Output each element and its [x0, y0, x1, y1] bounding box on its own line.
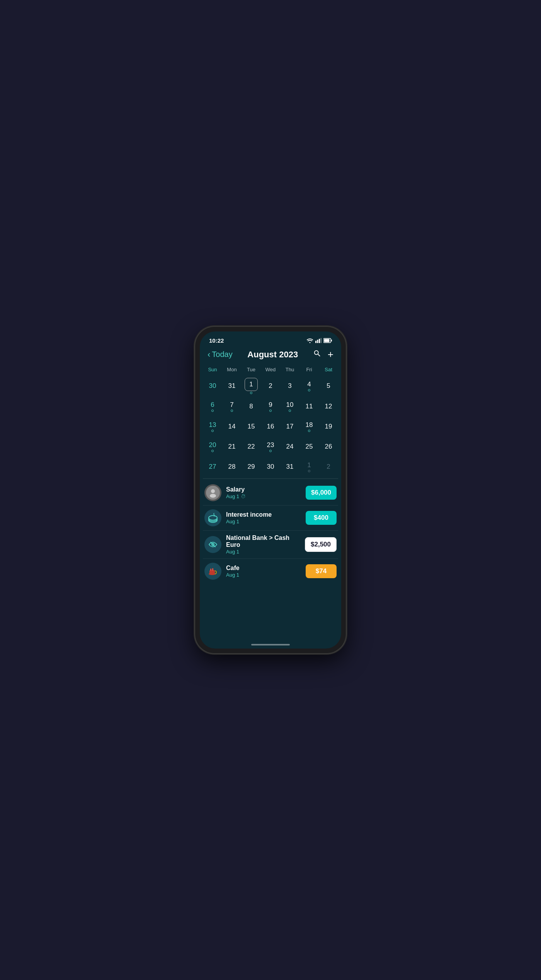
day-25[interactable]: 25	[299, 437, 319, 457]
svg-rect-2	[319, 339, 320, 343]
battery-icon	[323, 338, 332, 343]
svg-rect-0	[315, 341, 316, 343]
cafe-icon	[204, 563, 221, 580]
day-header-tue: Tue	[242, 365, 261, 374]
transaction-nationalbank[interactable]: National Bank > Cash Euro Aug 1 $2,500	[203, 531, 338, 559]
day-1-selected[interactable]: 1	[242, 376, 261, 396]
phone-device: 10:22	[195, 327, 346, 653]
day-5[interactable]: 5	[319, 376, 338, 396]
transactions-list: Salary Aug 1 ⏱ $6,000	[200, 480, 341, 584]
day-13[interactable]: 13	[203, 417, 222, 437]
search-icon[interactable]	[313, 349, 322, 360]
header-action-icons: +	[313, 348, 333, 360]
salary-amount: $6,000	[306, 486, 337, 500]
day-8[interactable]: 8	[242, 396, 261, 417]
day-14[interactable]: 14	[222, 417, 242, 437]
svg-rect-5	[324, 339, 330, 342]
back-today-button[interactable]: ‹ Today	[208, 350, 233, 360]
status-time: 10:22	[209, 337, 224, 344]
interest-amount: $400	[306, 511, 337, 525]
day-20[interactable]: 20	[203, 437, 222, 457]
day-header-mon: Mon	[222, 365, 242, 374]
interest-info: Interest income Aug 1	[226, 511, 306, 524]
day-header-wed: Wed	[261, 365, 280, 374]
salary-icon	[204, 484, 221, 501]
transaction-cafe[interactable]: Cafe Aug 1 $74	[203, 559, 338, 584]
day-header-fri: Fri	[299, 365, 319, 374]
day-21[interactable]: 21	[222, 437, 242, 457]
day-header-sun: Sun	[203, 365, 222, 374]
back-today-label: Today	[212, 350, 232, 359]
salary-date: Aug 1 ⏱	[226, 493, 306, 499]
phone-screen: 10:22	[200, 331, 341, 649]
home-indicator	[251, 644, 290, 645]
day-11[interactable]: 11	[299, 396, 319, 417]
svg-rect-1	[317, 340, 318, 343]
cafe-name: Cafe	[226, 565, 306, 572]
svg-rect-15	[209, 570, 215, 574]
day-header-sat: Sat	[319, 365, 338, 374]
day-10[interactable]: 10	[280, 396, 299, 417]
salary-name: Salary	[226, 486, 306, 493]
svg-rect-16	[210, 569, 211, 571]
day-12[interactable]: 12	[319, 396, 338, 417]
day-30-prev[interactable]: 30	[203, 376, 222, 396]
clock-icon: ⏱	[241, 493, 246, 499]
day-2-next[interactable]: 2	[319, 457, 338, 477]
svg-rect-17	[212, 568, 213, 571]
svg-point-8	[211, 489, 215, 493]
svg-point-9	[210, 494, 216, 498]
nationalbank-amount: $2,500	[305, 537, 337, 552]
signal-icon	[315, 338, 322, 343]
nationalbank-info: National Bank > Cash Euro Aug 1	[226, 534, 305, 555]
status-icons	[306, 338, 332, 343]
status-bar: 10:22	[200, 331, 341, 345]
svg-point-12	[209, 516, 217, 520]
day-27[interactable]: 27	[203, 457, 222, 477]
day-17[interactable]: 17	[280, 417, 299, 437]
day-7[interactable]: 7	[222, 396, 242, 417]
day-16[interactable]: 16	[261, 417, 280, 437]
interest-icon	[204, 509, 221, 526]
calendar-month-title: August 2023	[247, 350, 298, 360]
transaction-salary[interactable]: Salary Aug 1 ⏱ $6,000	[203, 480, 338, 505]
svg-rect-3	[321, 338, 322, 343]
interest-name: Interest income	[226, 511, 306, 518]
nationalbank-date: Aug 1	[226, 549, 305, 555]
transaction-interest[interactable]: Interest income Aug 1 $400	[203, 505, 338, 531]
day-26[interactable]: 26	[319, 437, 338, 457]
calendar-grid: Sun Mon Tue Wed Thu Fri Sat 30 31 1	[200, 365, 341, 477]
day-9[interactable]: 9	[261, 396, 280, 417]
svg-rect-6	[331, 340, 332, 341]
day-3[interactable]: 3	[280, 376, 299, 396]
day-4[interactable]: 4	[299, 376, 319, 396]
nationalbank-name: National Bank > Cash Euro	[226, 534, 305, 548]
calendar-transactions-divider	[203, 478, 338, 479]
cafe-info: Cafe Aug 1	[226, 565, 306, 578]
cafe-amount: $74	[306, 564, 337, 578]
cafe-date: Aug 1	[226, 572, 306, 578]
day-29[interactable]: 29	[242, 457, 261, 477]
day-headers-row: Sun Mon Tue Wed Thu Fri Sat	[203, 365, 338, 374]
day-31[interactable]: 31	[280, 457, 299, 477]
day-1-next[interactable]: 1	[299, 457, 319, 477]
nationalbank-icon	[204, 536, 221, 553]
calendar-header: ‹ Today August 2023 +	[200, 345, 341, 365]
day-30[interactable]: 30	[261, 457, 280, 477]
day-22[interactable]: 22	[242, 437, 261, 457]
wifi-icon	[306, 338, 313, 343]
day-24[interactable]: 24	[280, 437, 299, 457]
back-chevron-icon: ‹	[208, 350, 210, 360]
day-28[interactable]: 28	[222, 457, 242, 477]
salary-info: Salary Aug 1 ⏱	[226, 486, 306, 499]
day-19[interactable]: 19	[319, 417, 338, 437]
day-18[interactable]: 18	[299, 417, 319, 437]
day-6[interactable]: 6	[203, 396, 222, 417]
day-2[interactable]: 2	[261, 376, 280, 396]
day-15[interactable]: 15	[242, 417, 261, 437]
day-31-prev[interactable]: 31	[222, 376, 242, 396]
days-grid: 30 31 1 2 3 4	[203, 376, 338, 477]
day-header-thu: Thu	[280, 365, 299, 374]
add-icon[interactable]: +	[328, 348, 333, 360]
day-23[interactable]: 23	[261, 437, 280, 457]
